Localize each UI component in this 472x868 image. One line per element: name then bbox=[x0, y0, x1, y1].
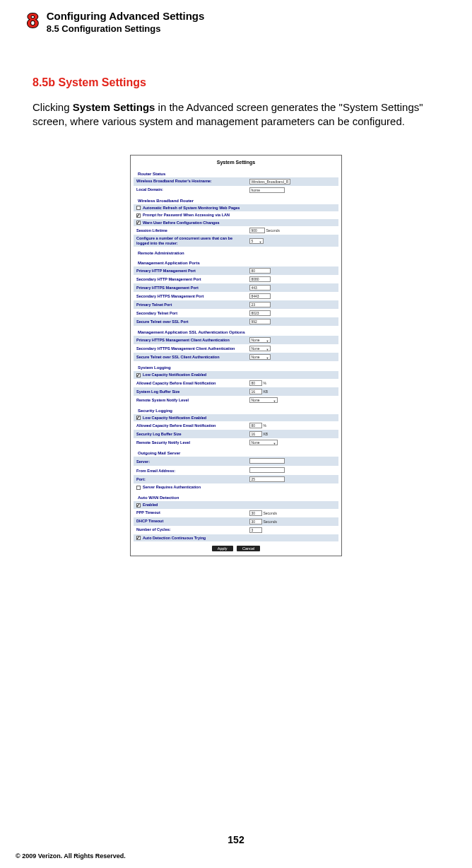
wbr-section-label: Wireless Broadband Router bbox=[134, 194, 338, 204]
mail-port-label: Port: bbox=[134, 475, 247, 483]
local-domain-input[interactable]: home bbox=[249, 187, 285, 193]
prompt-password-checkbox[interactable] bbox=[136, 213, 141, 218]
secondary-http-label: Secondary HTTP Management Port bbox=[134, 275, 247, 283]
body-text-bold: System Settings bbox=[73, 101, 155, 113]
primary-https-input[interactable]: 443 bbox=[249, 285, 271, 291]
sec-buffer-size-input[interactable]: 16 bbox=[249, 431, 262, 437]
dhcp-timeout-input[interactable]: 30 bbox=[249, 519, 262, 524]
allowed-capacity-label: Allowed Capacity Before Email Notificati… bbox=[134, 379, 247, 387]
mgmt-ports-table: Primary HTTP Management Port80 Secondary… bbox=[134, 266, 338, 326]
session-lifetime-label: Session Lifetime bbox=[134, 226, 247, 235]
system-logging-label: System Logging bbox=[134, 361, 338, 371]
secure-telnet-auth-select[interactable]: None bbox=[249, 354, 271, 360]
local-domain-label: Local Domain: bbox=[134, 186, 247, 194]
cycles-label: Number of Cycles: bbox=[134, 526, 247, 534]
router-status-label: Router Status bbox=[134, 168, 338, 177]
ssl-telnet-input[interactable]: 992 bbox=[249, 319, 271, 324]
primary-telnet-input[interactable]: 23 bbox=[249, 302, 271, 307]
percent-unit: % bbox=[264, 381, 266, 385]
concurrent-users-select[interactable]: 5 bbox=[249, 238, 264, 244]
chapter-number: 8 bbox=[27, 10, 38, 31]
auto-refresh-label: Automatic Refresh of System Monitoring W… bbox=[143, 206, 240, 210]
sec-percent-unit: % bbox=[264, 423, 266, 428]
server-label: Server: bbox=[134, 457, 247, 466]
system-logging-table: Low Capacity Notification Enabled Allowe… bbox=[134, 371, 338, 404]
continuous-trying-label: Auto Detection Continuous Trying bbox=[143, 536, 206, 540]
cycles-input[interactable]: 3 bbox=[249, 527, 262, 533]
wbr-table: Automatic Refresh of System Monitoring W… bbox=[134, 204, 338, 247]
seconds-unit: Seconds bbox=[266, 228, 280, 233]
apply-button[interactable]: Apply bbox=[212, 546, 233, 551]
mail-port-input[interactable]: 25 bbox=[249, 476, 285, 482]
from-email-input[interactable] bbox=[249, 467, 285, 473]
secondary-https-label: Secondary HTTPS Management Port bbox=[134, 292, 247, 300]
system-settings-screenshot: System Settings Router Status Wireless B… bbox=[130, 155, 342, 557]
hostname-input[interactable]: Wireless_Broadband_R bbox=[249, 179, 291, 184]
warn-changes-label: Warn User Before Configuration Changes bbox=[143, 221, 220, 225]
buffer-size-input[interactable]: 16 bbox=[249, 389, 262, 394]
chapter-title: Configuring Advanced Settings bbox=[47, 10, 205, 22]
secondary-https-input[interactable]: 8443 bbox=[249, 293, 271, 299]
wan-enabled-label: Enabled bbox=[143, 503, 158, 507]
low-capacity-checkbox[interactable] bbox=[136, 373, 141, 377]
figure-container: System Settings Router Status Wireless B… bbox=[33, 155, 439, 557]
sec-remote-notify-select[interactable]: None bbox=[249, 440, 278, 445]
kb-unit: KB bbox=[264, 389, 269, 394]
sec-remote-notify-label: Remote Security Notify Level bbox=[134, 438, 247, 447]
router-status-table: Wireless Broadband Router's Hostname:Wir… bbox=[134, 177, 338, 194]
primary-http-input[interactable]: 80 bbox=[249, 268, 271, 274]
mgmt-ports-label: Management Application Ports bbox=[134, 257, 338, 266]
sec-kb-unit: KB bbox=[264, 432, 269, 436]
mail-server-label: Outgoing Mail Server bbox=[134, 447, 338, 457]
ssl-auth-label: Management Application SSL Authenticatio… bbox=[134, 326, 338, 336]
body-text-pre: Clicking bbox=[33, 101, 73, 113]
ssl-telnet-label: Secure Telnet over SSL Port bbox=[134, 317, 247, 326]
body-paragraph: Clicking System Settings in the Advanced… bbox=[33, 100, 439, 129]
remote-notify-select[interactable]: None bbox=[249, 397, 278, 403]
primary-telnet-label: Primary Telnet Port bbox=[134, 300, 247, 309]
secondary-telnet-input[interactable]: 8023 bbox=[249, 310, 271, 316]
copyright-text: © 2009 Verizon. All Rights Reserved. bbox=[16, 852, 126, 860]
hostname-label: Wireless Broadband Router's Hostname: bbox=[134, 177, 247, 186]
sec-allowed-capacity-label: Allowed Capacity Before Email Notificati… bbox=[134, 421, 247, 430]
ssl-auth-table: Primary HTTPS Management Client Authenti… bbox=[134, 336, 338, 361]
allowed-capacity-input[interactable]: 80 bbox=[249, 380, 262, 386]
concurrent-users-label: Configure a number of concurrent users t… bbox=[134, 235, 247, 247]
sec-low-capacity-label: Low Capacity Notification Enabled bbox=[143, 416, 206, 420]
page-number: 152 bbox=[0, 834, 472, 845]
sec-allowed-capacity-input[interactable]: 80 bbox=[249, 423, 262, 428]
wan-enabled-checkbox[interactable] bbox=[136, 503, 141, 508]
server-auth-checkbox[interactable] bbox=[136, 486, 141, 490]
primary-http-label: Primary HTTP Management Port bbox=[134, 266, 247, 275]
continuous-trying-checkbox[interactable] bbox=[136, 536, 141, 540]
sec-low-capacity-checkbox[interactable] bbox=[136, 416, 141, 420]
remote-admin-label: Remote Administration bbox=[134, 247, 338, 257]
figure-title: System Settings bbox=[134, 158, 338, 168]
session-lifetime-input[interactable]: 900 bbox=[249, 228, 265, 233]
warn-changes-checkbox[interactable] bbox=[136, 221, 141, 225]
page-header: 8 Configuring Advanced Settings 8.5 Conf… bbox=[0, 0, 472, 34]
primary-https-auth-label: Primary HTTPS Management Client Authenti… bbox=[134, 336, 247, 344]
cancel-button[interactable]: Cancel bbox=[237, 546, 260, 551]
sec-buffer-size-label: Security Log Buffer Size bbox=[134, 430, 247, 438]
auto-wan-table: Enabled PPP Timeout30Seconds DHCP Timeou… bbox=[134, 501, 338, 541]
ppp-timeout-label: PPP Timeout bbox=[134, 509, 247, 517]
secondary-https-auth-label: Secondary HTTPS Management Client Authen… bbox=[134, 344, 247, 353]
secure-telnet-auth-label: Secure Telnet over SSL Client Authentica… bbox=[134, 353, 247, 361]
security-logging-table: Low Capacity Notification Enabled Allowe… bbox=[134, 414, 338, 447]
primary-https-auth-select[interactable]: None bbox=[249, 337, 271, 343]
ppp-timeout-input[interactable]: 30 bbox=[249, 510, 262, 516]
secondary-https-auth-select[interactable]: None bbox=[249, 346, 271, 351]
auto-refresh-checkbox[interactable] bbox=[136, 206, 141, 210]
dhcp-timeout-label: DHCP Timeout bbox=[134, 517, 247, 526]
mail-server-table: Server: From Email Address: Port:25 Serv… bbox=[134, 457, 338, 491]
ppp-seconds-unit: Seconds bbox=[264, 511, 277, 515]
button-row: Apply Cancel bbox=[134, 541, 338, 551]
buffer-size-label: System Log Buffer Size bbox=[134, 387, 247, 396]
secondary-http-input[interactable]: 8080 bbox=[249, 276, 271, 282]
low-capacity-label: Low Capacity Notification Enabled bbox=[143, 373, 206, 377]
chapter-titles: Configuring Advanced Settings 8.5 Config… bbox=[47, 10, 205, 34]
from-email-label: From Email Address: bbox=[134, 466, 247, 475]
dhcp-seconds-unit: Seconds bbox=[264, 520, 277, 524]
server-input[interactable] bbox=[249, 458, 285, 464]
